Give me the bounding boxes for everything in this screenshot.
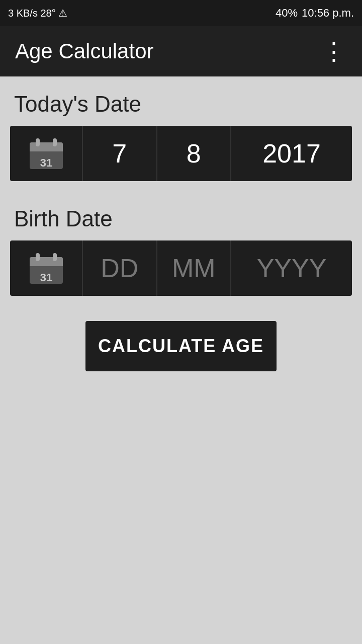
- today-date-label: Today's Date: [10, 92, 352, 117]
- today-month-cell[interactable]: 8: [157, 126, 232, 181]
- birth-month-cell[interactable]: MM: [157, 240, 232, 296]
- svg-rect-4: [53, 138, 57, 146]
- birth-date-label: Birth Date: [10, 206, 352, 231]
- birth-date-row: 31 DD MM YYYY: [10, 240, 352, 296]
- today-calendar-picker[interactable]: 31: [10, 126, 83, 181]
- today-date-row: 31 7 8 2017: [10, 126, 352, 181]
- app-title: Age Calculator: [15, 39, 153, 63]
- app-bar: Age Calculator ⋮: [0, 26, 362, 76]
- birth-date-section: Birth Date 31 DD: [10, 206, 352, 296]
- birth-calendar-icon-wrap: 31: [29, 252, 64, 285]
- more-options-icon[interactable]: ⋮: [322, 37, 347, 65]
- svg-rect-10: [53, 253, 57, 261]
- birth-year-cell[interactable]: YYYY: [231, 240, 352, 296]
- birth-day-placeholder: DD: [101, 253, 138, 283]
- birth-day-cell[interactable]: DD: [83, 240, 157, 296]
- svg-rect-3: [36, 138, 40, 146]
- status-time: 10:56 p.m.: [302, 7, 354, 20]
- status-network-speed: 3 KB/s 28° ⚠: [8, 7, 67, 19]
- today-year-cell[interactable]: 2017: [231, 126, 352, 181]
- main-content: Today's Date 31 7: [0, 76, 362, 396]
- svg-rect-2: [30, 148, 63, 151]
- status-right: 40% 10:56 p.m.: [276, 7, 354, 20]
- svg-text:31: 31: [40, 271, 52, 284]
- today-year-value: 2017: [262, 138, 321, 169]
- svg-rect-9: [36, 253, 40, 261]
- birth-month-placeholder: MM: [172, 253, 216, 283]
- today-day-cell[interactable]: 7: [83, 126, 157, 181]
- svg-text:31: 31: [40, 156, 52, 169]
- calendar-icon: 31: [29, 137, 64, 170]
- today-day-value: 7: [112, 138, 127, 169]
- birth-calendar-icon: 31: [29, 252, 64, 285]
- status-left: 3 KB/s 28° ⚠: [8, 7, 67, 19]
- status-battery: 40%: [276, 7, 298, 20]
- calendar-icon-wrap: 31: [29, 137, 64, 170]
- birth-year-placeholder: YYYY: [257, 253, 327, 283]
- birth-calendar-picker[interactable]: 31: [10, 240, 83, 296]
- calculate-age-button[interactable]: CALCULATE AGE: [85, 321, 277, 371]
- status-bar: 3 KB/s 28° ⚠ 40% 10:56 p.m.: [0, 0, 362, 26]
- today-date-section: Today's Date 31 7: [10, 92, 352, 181]
- svg-rect-8: [30, 263, 63, 266]
- today-month-value: 8: [187, 138, 201, 169]
